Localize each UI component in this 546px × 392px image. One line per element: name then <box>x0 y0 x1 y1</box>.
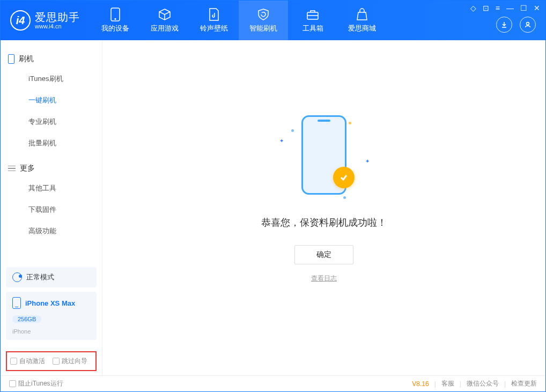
sidebar-item-other-tools[interactable]: 其他工具 <box>1 177 102 199</box>
sidebar-item-batch-flash[interactable]: 批量刷机 <box>1 132 102 154</box>
success-illustration: ✦ ✦ <box>278 111 370 202</box>
phone-icon <box>108 8 122 21</box>
tab-smart-flash[interactable]: 智能刷机 <box>239 1 288 40</box>
tab-label: 爱思商城 <box>348 24 376 33</box>
tab-label: 智能刷机 <box>249 24 277 33</box>
sidebar-item-download-firmware[interactable]: 下载固件 <box>1 199 102 220</box>
highlighted-checkbox-row: 自动激活 跳过向导 <box>6 351 97 371</box>
main-content: ✦ ✦ 恭喜您，保资料刷机成功啦！ 确定 查看日志 <box>102 40 545 375</box>
sidebar-item-advanced[interactable]: 高级功能 <box>1 220 102 242</box>
logo-area: i4 爱思助手 www.i4.cn <box>1 10 91 31</box>
sidebar-section-more: 更多 <box>1 159 102 177</box>
tab-toolbox[interactable]: 工具箱 <box>288 1 337 40</box>
device-name: iPhone XS Max <box>25 299 75 307</box>
cb-label: 跳过向导 <box>62 357 87 366</box>
section-label: 刷机 <box>19 54 34 64</box>
app-title: 爱思助手 <box>35 11 80 23</box>
sidebar-item-pro-flash[interactable]: 专业刷机 <box>1 111 102 132</box>
app-subtitle: www.i4.cn <box>35 23 80 29</box>
dot-icon <box>349 122 351 124</box>
sidebar-section-flash: 刷机 <box>1 50 102 68</box>
cb-label: 自动激活 <box>19 357 45 366</box>
user-icon[interactable] <box>520 17 536 33</box>
checkbox-skip-guide[interactable]: 跳过向导 <box>53 357 87 366</box>
menu-icon[interactable]: ≡ <box>496 4 500 12</box>
tab-label: 应用游戏 <box>151 24 179 33</box>
check-badge-icon <box>333 167 355 188</box>
tab-label: 铃声壁纸 <box>200 24 228 33</box>
device-card[interactable]: iPhone XS Max 256GB iPhone <box>6 292 97 340</box>
dot-icon <box>343 196 346 199</box>
statusbar: 阻止iTunes运行 V8.16 | 客服 | 微信公众号 | 检查更新 <box>1 375 545 391</box>
version-label: V8.16 <box>412 380 429 388</box>
svg-point-3 <box>527 23 529 25</box>
tab-label: 工具箱 <box>302 24 323 33</box>
svg-point-1 <box>115 18 116 19</box>
section-label: 更多 <box>20 164 35 173</box>
tab-store[interactable]: 爱思商城 <box>337 1 387 40</box>
music-file-icon <box>207 8 221 21</box>
mode-label: 正常模式 <box>26 272 54 282</box>
dot-icon <box>291 129 294 132</box>
sidebar-item-onekey-flash[interactable]: 一键刷机 <box>1 90 102 111</box>
list-icon <box>8 166 16 172</box>
refresh-shield-icon <box>256 8 270 21</box>
nav-tabs: 我的设备 应用游戏 铃声壁纸 智能刷机 工具箱 爱思商城 <box>91 1 387 40</box>
bag-icon <box>355 8 369 21</box>
checkbox-block-itunes[interactable]: 阻止iTunes运行 <box>9 379 63 388</box>
tab-ringtone-wallpaper[interactable]: 铃声壁纸 <box>189 1 239 40</box>
toolbox-icon <box>306 8 320 21</box>
close-button[interactable]: ✕ <box>534 4 540 12</box>
device-icon <box>12 297 21 309</box>
tab-label: 我的设备 <box>101 24 129 33</box>
capacity-badge: 256GB <box>12 315 41 323</box>
maximize-button[interactable]: ☐ <box>520 4 527 12</box>
ok-button[interactable]: 确定 <box>294 245 353 264</box>
cb-label: 阻止iTunes运行 <box>18 379 63 388</box>
status-link-wechat[interactable]: 微信公众号 <box>467 379 499 388</box>
logo-icon: i4 <box>10 10 31 31</box>
view-log-link[interactable]: 查看日志 <box>311 274 337 283</box>
feedback-icon[interactable]: ⊡ <box>483 4 489 12</box>
sidebar: 刷机 iTunes刷机 一键刷机 专业刷机 批量刷机 更多 其他工具 下载固件 … <box>1 40 102 375</box>
tab-apps-games[interactable]: 应用游戏 <box>140 1 189 40</box>
device-small-icon <box>8 54 14 64</box>
checkbox-auto-activate[interactable]: 自动激活 <box>10 357 45 366</box>
titlebar: i4 爱思助手 www.i4.cn 我的设备 应用游戏 铃声壁纸 智能刷机 工具… <box>1 1 545 40</box>
status-link-support[interactable]: 客服 <box>441 379 454 388</box>
sparkle-icon: ✦ <box>365 158 370 164</box>
header-right-icons <box>496 17 536 33</box>
sparkle-icon: ✦ <box>279 138 284 144</box>
window-controls: ◇ ⊡ ≡ — ☐ ✕ <box>470 4 540 12</box>
tab-my-device[interactable]: 我的设备 <box>91 1 140 40</box>
sidebar-item-itunes-flash[interactable]: iTunes刷机 <box>1 68 102 90</box>
success-message: 恭喜您，保资料刷机成功啦！ <box>261 216 387 229</box>
minimize-button[interactable]: — <box>506 4 514 12</box>
download-icon[interactable] <box>496 17 512 33</box>
cube-icon <box>158 8 172 21</box>
status-link-update[interactable]: 检查更新 <box>511 379 537 388</box>
mode-card[interactable]: 正常模式 <box>6 267 97 287</box>
mode-icon <box>12 272 22 282</box>
skin-icon[interactable]: ◇ <box>470 4 476 12</box>
device-type: iPhone <box>12 328 31 335</box>
